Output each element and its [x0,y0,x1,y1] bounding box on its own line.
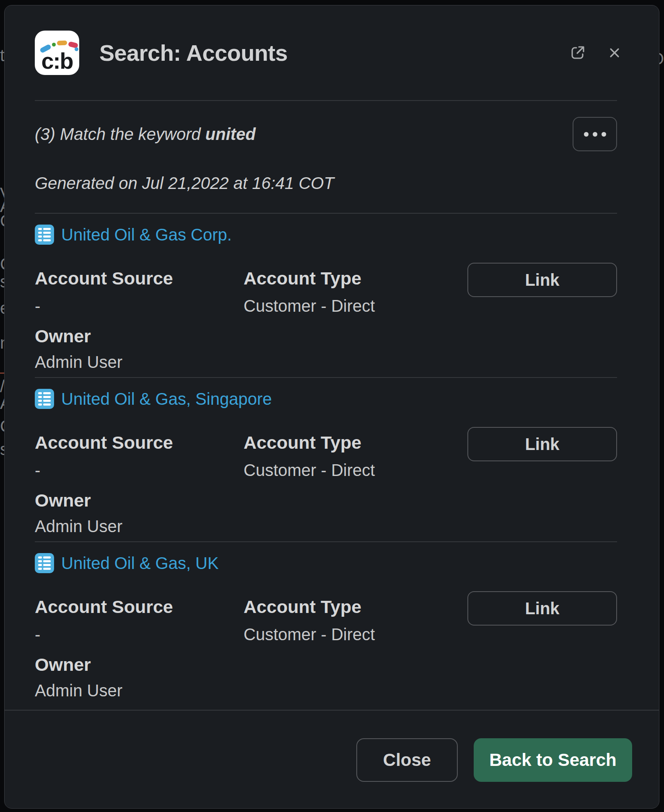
ellipsis-icon [584,132,589,137]
field-value-account-source: - [35,462,244,478]
field-value-account-type: Customer - Direct [244,462,375,478]
account-link[interactable]: United Oil & Gas, Singapore [61,390,272,409]
field-label-account-type: Account Type [244,597,361,616]
close-button[interactable]: Close [356,738,458,782]
modal-footer: Close Back to Search [5,710,659,808]
back-to-search-button[interactable]: Back to Search [474,738,632,782]
field-label-account-type: Account Type [244,433,361,452]
account-list-icon [35,389,54,409]
background-accent-tick [0,372,4,374]
account-result-row: United Oil & Gas, Singapore Account Sour… [5,378,659,535]
logo-arc-yellow-pill [57,40,67,45]
query-summary: (3) Match the keyword united [35,125,256,144]
field-label-account-source: Account Source [35,433,244,452]
field-value-account-type: Customer - Direct [244,297,375,314]
more-options-button[interactable] [573,117,617,151]
field-label-account-source: Account Source [35,269,244,287]
field-label-owner: Owner [35,491,91,509]
account-list-icon [35,225,54,245]
query-keyword: united [205,125,256,143]
modal-title: Search: Accounts [99,40,568,66]
field-value-owner: Admin User [35,682,122,699]
open-external-icon[interactable] [568,43,588,63]
field-value-account-source: - [35,626,244,643]
header-divider [35,100,617,101]
field-value-owner: Admin User [35,354,122,370]
field-value-account-type: Customer - Direct [244,626,375,643]
field-label-owner: Owner [35,655,91,674]
app-logo: c:b [35,31,79,75]
field-value-account-source: - [35,297,244,314]
field-label-account-type: Account Type [244,269,361,287]
close-icon[interactable] [604,43,625,63]
bg-text-fragment: O [659,49,664,68]
ellipsis-icon [593,132,597,137]
search-accounts-modal: c:b Search: Accounts (3) Match the keywo… [4,5,659,809]
account-list-icon [35,553,54,573]
field-label-owner: Owner [35,327,91,345]
link-account-button[interactable]: Link [467,591,617,626]
account-link[interactable]: United Oil & Gas, UK [61,554,219,573]
logo-text: c:b [35,49,79,72]
generated-timestamp: Generated on Jul 21,2022 at 16:41 COT [35,174,617,193]
account-result-row: United Oil & Gas, UK Account Source Acco… [5,542,659,699]
background-right-strip: O [659,0,664,812]
modal-header: c:b Search: Accounts [5,5,659,100]
account-link[interactable]: United Oil & Gas Corp. [61,225,232,244]
ellipsis-icon [602,132,606,137]
link-account-button[interactable]: Link [467,427,617,461]
field-value-owner: Admin User [35,518,122,535]
account-result-row: United Oil & Gas Corp. Account Source Ac… [5,214,659,370]
link-account-button[interactable]: Link [467,263,617,297]
logo-arc-green-dot [52,43,56,47]
field-label-account-source: Account Source [35,597,244,616]
